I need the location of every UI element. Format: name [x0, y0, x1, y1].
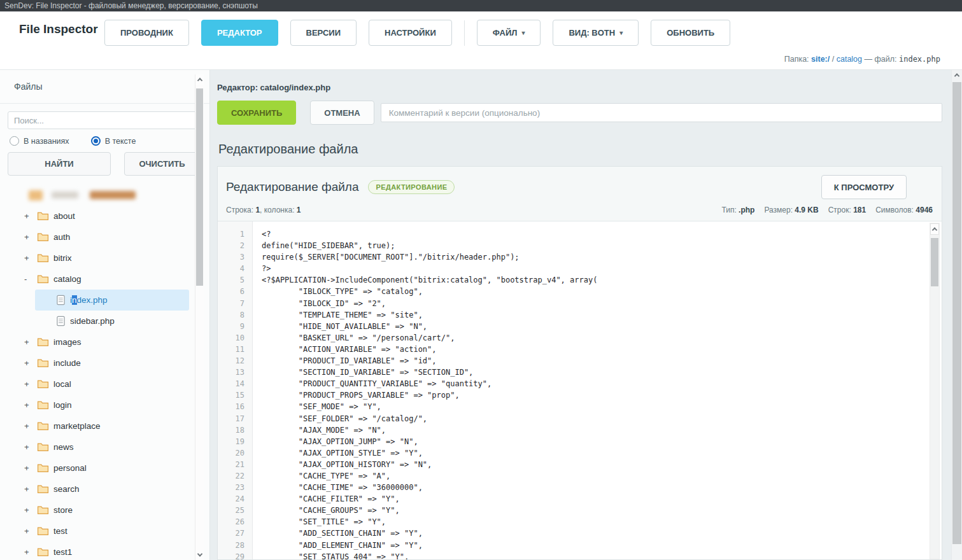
find-button[interactable]: НАЙТИ	[8, 152, 111, 176]
tree-item-label: index.php	[70, 295, 108, 305]
app-window: SenDev: File Inspector - файловый менедж…	[0, 0, 962, 560]
file-menu-button[interactable]: ФАЙЛ▾	[477, 20, 541, 46]
nav-versions-button[interactable]: ВЕРСИИ	[290, 20, 357, 46]
radio-checked-icon[interactable]	[91, 136, 101, 146]
folder-icon	[37, 484, 49, 494]
folder-icon	[37, 358, 49, 368]
save-button[interactable]: СОХРАНИТЬ	[217, 101, 296, 125]
tree-item-about[interactable]: +about	[0, 206, 209, 227]
tree-item-test1[interactable]: +test1	[0, 542, 209, 560]
tree-item-label: test	[53, 526, 67, 536]
expand-toggle[interactable]: +	[24, 253, 33, 263]
scroll-up-arrow[interactable]	[952, 70, 962, 80]
tree-item-local[interactable]: +local	[0, 374, 209, 395]
tree-item-label: auth	[53, 232, 70, 242]
tree-item-sidebar.php[interactable]: sidebar.php	[35, 311, 189, 332]
expand-toggle[interactable]: +	[24, 337, 33, 347]
code-scrollbar[interactable]	[930, 223, 940, 559]
tree-item-search[interactable]: +search	[0, 479, 209, 500]
tree-item-label: personal	[53, 463, 87, 473]
breadcrumb-catalog-link[interactable]: catalog	[837, 55, 862, 64]
tree-item-label: store	[53, 505, 73, 515]
expand-toggle[interactable]: +	[24, 211, 33, 221]
tree-item-test[interactable]: +test	[0, 521, 209, 542]
nav-explorer-button[interactable]: ПРОВОДНИК	[104, 20, 189, 46]
breadcrumb-file-name: index.php	[899, 55, 940, 64]
tree-root-redacted[interactable]	[0, 185, 209, 206]
version-comment-input[interactable]	[381, 103, 942, 122]
tree-item-bitrix[interactable]: +bitrix	[0, 248, 209, 269]
expand-toggle[interactable]: +	[24, 400, 33, 410]
tree-item-label: include	[53, 358, 81, 368]
scroll-up-arrow[interactable]	[195, 74, 204, 85]
chevron-down-icon: ▾	[521, 29, 525, 36]
tree-item-index.php[interactable]: index.php	[35, 290, 189, 311]
radio-in-names[interactable]: В названиях	[10, 136, 69, 146]
view-mode-button[interactable]: ВИД: BOTH▾	[553, 20, 639, 46]
tree-item-auth[interactable]: +auth	[0, 227, 209, 248]
tree-item-label: news	[53, 442, 74, 452]
tree-item-news[interactable]: +news	[0, 437, 209, 458]
scrollbar-thumb[interactable]	[196, 88, 203, 286]
search-input[interactable]	[8, 111, 202, 129]
editor-pane: Редактор: catalog/index.php СОХРАНИТЬ ОТ…	[210, 70, 951, 560]
expand-toggle[interactable]: +	[24, 358, 33, 368]
page-scrollbar[interactable]	[951, 70, 962, 560]
scroll-up-arrow[interactable]	[930, 223, 939, 235]
file-icon	[56, 295, 66, 305]
folder-icon	[37, 547, 49, 557]
expand-toggle[interactable]: +	[24, 526, 33, 536]
expand-toggle[interactable]: +	[24, 421, 33, 431]
tree-item-login[interactable]: +login	[0, 395, 209, 416]
files-sidebar: Файлы В названиях В тексте НАЙТИ ОЧИСТИТ…	[0, 70, 210, 560]
expand-toggle[interactable]: +	[24, 463, 33, 473]
tree-item-catalog[interactable]: -catalog	[0, 269, 209, 290]
app-header: File Inspector ПРОВОДНИК РЕДАКТОР ВЕРСИИ…	[0, 11, 962, 70]
expand-toggle[interactable]: +	[24, 232, 33, 242]
scrollbar-thumb[interactable]	[952, 82, 961, 544]
folder-icon	[37, 463, 49, 473]
folder-icon	[37, 442, 49, 452]
tree-item-marketplace[interactable]: +marketplace	[0, 416, 209, 437]
nav-editor-button[interactable]: РЕДАКТОР	[201, 20, 278, 46]
to-view-button[interactable]: К ПРОСМОТРУ	[821, 175, 907, 199]
expand-toggle[interactable]: +	[24, 379, 33, 389]
tree-item-label: marketplace	[53, 421, 101, 431]
search-match-highlight: n	[72, 295, 77, 305]
clear-button[interactable]: ОЧИСТИТЬ	[124, 152, 200, 176]
folder-icon	[29, 190, 43, 200]
scrollbar-thumb[interactable]	[931, 238, 938, 286]
tree-item-label: about	[53, 211, 75, 221]
tree-item-label: sidebar.php	[70, 316, 115, 326]
sidebar-scrollbar[interactable]	[195, 74, 204, 560]
code-text-area[interactable]: <? define("HIDE_SIDEBAR", true); require…	[253, 221, 942, 559]
expand-toggle[interactable]: +	[24, 505, 33, 515]
radio-icon[interactable]	[10, 136, 19, 146]
tree-item-label: images	[53, 337, 81, 347]
breadcrumb-root-link[interactable]: site:/	[811, 55, 830, 64]
file-edit-panel: Редактирование файла РЕДАКТИРОВАНИЕ К ПР…	[217, 166, 942, 560]
folder-icon	[37, 505, 49, 515]
refresh-button[interactable]: ОБНОВИТЬ	[651, 20, 730, 46]
cancel-button[interactable]: ОТМЕНА	[310, 101, 374, 125]
radio-in-text[interactable]: В тексте	[91, 136, 136, 146]
section-heading: Редактирование файла	[218, 142, 942, 157]
expand-toggle[interactable]: +	[24, 484, 33, 494]
editor-toolbar: СОХРАНИТЬ ОТМЕНА	[217, 101, 942, 125]
expand-toggle[interactable]: +	[24, 547, 33, 557]
tree-item-images[interactable]: +images	[0, 332, 209, 353]
stat-chars: Символов: 4946	[875, 206, 933, 214]
expand-toggle[interactable]: +	[24, 442, 33, 452]
tree-item-label: local	[53, 379, 71, 389]
tree-item-personal[interactable]: +personal	[0, 458, 209, 479]
collapse-toggle[interactable]: -	[24, 274, 33, 284]
tree-item-store[interactable]: +store	[0, 500, 209, 521]
scroll-down-arrow[interactable]	[195, 550, 204, 560]
editing-status-badge: РЕДАКТИРОВАНИЕ	[368, 180, 455, 194]
nav-settings-button[interactable]: НАСТРОЙКИ	[369, 20, 452, 46]
tree-item-include[interactable]: +include	[0, 353, 209, 374]
breadcrumb-separator: /	[832, 55, 834, 64]
nav-divider	[464, 20, 465, 46]
main-nav: ПРОВОДНИК РЕДАКТОР ВЕРСИИ НАСТРОЙКИ ФАЙЛ…	[104, 20, 730, 46]
stat-type: Тип: .php	[721, 206, 754, 214]
